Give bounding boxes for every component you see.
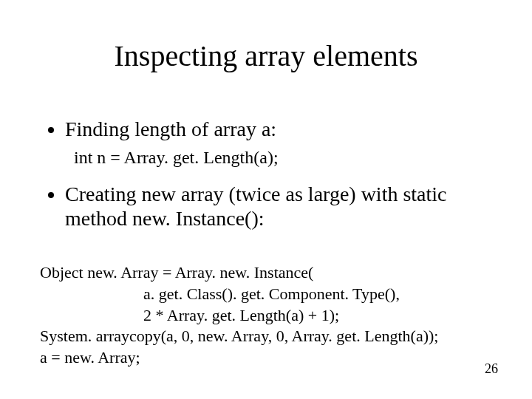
page-number: 26 [485,361,498,377]
bullet-1: Finding length of array a: int n = Array… [65,117,499,168]
bullet-2: Creating new array (twice as large) with… [65,182,499,231]
code-block: Object new. Array = Array. new. Instance… [40,242,499,369]
slide-body: Finding length of array a: int n = Array… [46,117,499,368]
code-line-1: Object new. Array = Array. new. Instance… [40,263,313,282]
slide-title: Inspecting array elements [0,38,532,73]
bullet-list: Finding length of array a: int n = Array… [46,117,499,231]
code-line-4: System. arraycopy(a, 0, new. Array, 0, A… [40,327,438,345]
code-line-5: a = new. Array; [40,348,140,366]
slide: Inspecting array elements Finding length… [0,0,532,399]
code-line-2: a. get. Class(). get. Component. Type(), [143,284,400,303]
bullet-1-text: Finding length of array a: [65,117,276,140]
bullet-2-text: Creating new array (twice as large) with… [65,183,447,231]
sub-1: int n = Array. get. Length(a); [74,146,499,168]
code-line-3: 2 * Array. get. Length(a) + 1); [143,306,339,324]
